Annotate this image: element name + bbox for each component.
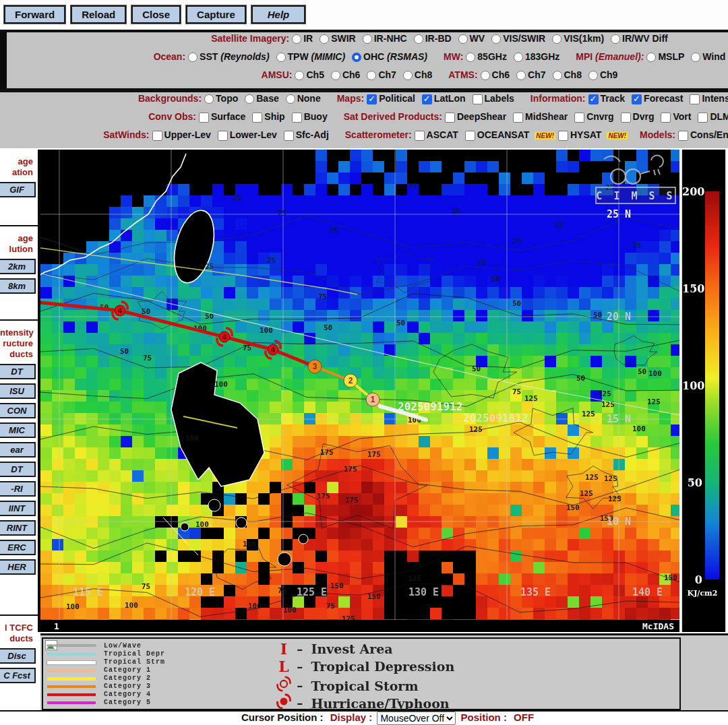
checkbox-upper-lev[interactable]	[152, 131, 162, 141]
contour-label: 75	[326, 602, 335, 610]
sidebar-button-dt[interactable]: DT	[0, 364, 36, 379]
sidebar-button-dt[interactable]: DT	[0, 462, 36, 477]
map-footer: 1 McIDAS	[40, 620, 679, 632]
contour-label: 25	[329, 226, 338, 235]
radio-183ghz[interactable]	[514, 53, 523, 62]
option-label: VIS(1km)	[564, 33, 604, 44]
option-label: Ch7	[528, 69, 545, 80]
legend-symbol-label: Tropical Storm	[311, 679, 419, 693]
sidebar-button-rint[interactable]: RINT	[0, 520, 36, 536]
checkbox-surface[interactable]	[199, 113, 209, 123]
radio-mslp[interactable]	[646, 53, 656, 62]
checkbox-political[interactable]	[367, 94, 377, 104]
radio-sst[interactable]	[188, 53, 198, 62]
sidebar-button-iint[interactable]: IINT	[0, 501, 36, 516]
checkbox-labels[interactable]	[473, 94, 483, 104]
checkbox-midshear[interactable]	[513, 113, 523, 123]
toolbar-button-forward[interactable]: Forward	[4, 5, 65, 24]
contour-line	[214, 548, 276, 589]
option-wind: Wind	[691, 51, 728, 62]
radio-ch9[interactable]	[588, 71, 598, 80]
radio-ch5[interactable]	[295, 71, 304, 80]
radio-ir-bd[interactable]	[414, 34, 423, 44]
radio-ch8[interactable]	[403, 71, 413, 80]
checkbox-dlm[interactable]	[698, 113, 708, 123]
toolbar-button-help[interactable]: Help	[251, 5, 306, 24]
checkbox-cons-ens[interactable]	[678, 131, 688, 141]
sidebar-button-erc[interactable]: ERC	[0, 540, 36, 555]
contour-label: 100	[283, 606, 297, 614]
radio-vis-1km[interactable]	[552, 34, 562, 44]
checkbox-ascat[interactable]	[415, 131, 425, 141]
mouseover-select[interactable]: MouseOver Off	[377, 712, 456, 725]
checkbox-oceansat[interactable]	[465, 131, 475, 141]
checkbox-sfc-adj[interactable]	[284, 131, 294, 141]
radio-topo[interactable]	[204, 94, 214, 104]
radio-ch7[interactable]	[516, 71, 526, 80]
control-group-upper: Satellite Imagery:IRSWIRIR-NHCIR-BDWVVIS…	[0, 32, 728, 88]
sidebar-button-ear[interactable]: ear	[0, 442, 36, 458]
sidebar-section-title: age	[0, 233, 38, 244]
checkbox-vort[interactable]	[661, 113, 671, 123]
checkbox-buoy[interactable]	[292, 113, 302, 123]
checkbox-cnvrg[interactable]	[574, 113, 584, 123]
radio-ch6[interactable]	[481, 71, 490, 80]
checkbox-forecast[interactable]	[632, 94, 642, 104]
radio-wv[interactable]	[458, 34, 468, 44]
sidebar-button-gif[interactable]: GIF	[0, 182, 36, 197]
toolbar-button-capture[interactable]: Capture	[186, 5, 246, 24]
checkbox-dvrg[interactable]	[621, 113, 631, 123]
toolbar-button-close[interactable]: Close	[131, 5, 181, 24]
checkbox-ship[interactable]	[252, 113, 262, 123]
radio-wind[interactable]	[691, 53, 700, 62]
checkbox-lower-lev[interactable]	[218, 131, 228, 141]
radio-85ghz[interactable]	[466, 53, 475, 62]
checkbox-intensity[interactable]	[690, 94, 700, 104]
forecast-category-label: 4	[222, 333, 227, 341]
sidebar-button-isu[interactable]: ISU	[0, 383, 36, 399]
radio-ir-wv-diff[interactable]	[611, 34, 620, 44]
contour-label: 25	[512, 237, 521, 246]
sidebar-button-8km[interactable]: 8km	[0, 278, 36, 294]
checkbox-latlon[interactable]	[422, 94, 432, 104]
radio-tpw[interactable]	[276, 53, 286, 62]
toolbar-button-reload[interactable]: Reload	[71, 5, 126, 24]
radio-ir[interactable]	[292, 34, 301, 44]
radio-ch7[interactable]	[367, 71, 376, 80]
sidebar-button-ri[interactable]: -RI	[0, 481, 36, 497]
checkbox-track[interactable]	[588, 94, 599, 104]
option-label: IR/WV Diff	[622, 33, 668, 44]
sidebar-button-her[interactable]: HER	[0, 559, 36, 575]
ohc-map[interactable]: 2525252525252525252525255050505050505050…	[38, 150, 679, 632]
option-ch8: Ch8	[403, 69, 436, 80]
radio-ohc[interactable]	[352, 53, 361, 62]
checkbox-deepshear[interactable]	[445, 113, 455, 123]
contour-label: 100	[632, 424, 646, 433]
contour-line	[40, 422, 679, 460]
option-label: Political	[379, 93, 415, 104]
radio-ch8[interactable]	[553, 71, 562, 80]
radio-none[interactable]	[286, 94, 295, 104]
radio-ir-nhc[interactable]	[363, 34, 372, 44]
sidebar-button-2km[interactable]: 2km	[0, 259, 36, 274]
sidebar-button-c-fcst[interactable]: C Fcst	[0, 668, 36, 683]
option-mslp: MSLP	[646, 51, 688, 62]
contour-line	[40, 584, 679, 617]
radio-base[interactable]	[245, 94, 254, 104]
option-ch8: Ch8	[553, 69, 586, 80]
option-ch6: Ch6	[331, 69, 364, 80]
radio-ch6[interactable]	[331, 71, 340, 80]
sidebar-button-disc[interactable]: Disc	[0, 648, 36, 664]
sidebar-button-mic[interactable]: MIC	[0, 422, 36, 438]
sidebar-button-con[interactable]: CON	[0, 403, 36, 418]
contour-label: 175	[320, 448, 334, 457]
radio-vis-swir[interactable]	[491, 34, 501, 44]
radio-swir[interactable]	[320, 34, 329, 44]
option-forecast: Forecast	[632, 93, 687, 104]
contour-label: 175	[344, 465, 357, 474]
contour-label: 75	[278, 586, 286, 595]
island	[278, 553, 291, 566]
option-cons-ens: Cons/Ens	[678, 129, 728, 140]
contour-line	[40, 340, 679, 368]
checkbox-hysat[interactable]	[558, 131, 568, 141]
